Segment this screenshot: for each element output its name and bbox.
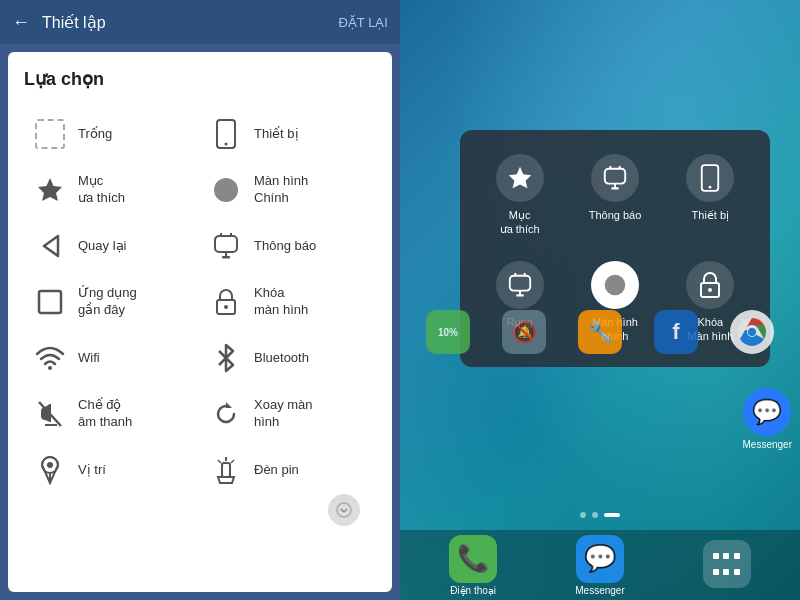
float-item-notification[interactable]: Thông báo xyxy=(571,146,658,245)
svg-point-41 xyxy=(708,288,712,292)
taskbar-apps[interactable] xyxy=(703,540,751,590)
float-label-device: Thiết bị xyxy=(692,208,730,222)
option-label-device: Thiết bị xyxy=(254,126,299,143)
option-label-main-screen: Màn hìnhChính xyxy=(254,173,308,207)
option-bluetooth[interactable]: Bluetooth xyxy=(200,330,376,386)
location-icon xyxy=(32,452,68,488)
right-panel: Mụcưa thích Thông báo Thi xyxy=(400,0,800,600)
option-location[interactable]: Vị trí xyxy=(24,442,200,498)
selection-dialog: Lựa chọn Trống Thiết bị xyxy=(8,52,392,592)
svg-line-22 xyxy=(231,460,234,463)
option-back[interactable]: Quay lại xyxy=(24,218,200,274)
taskbar-phone[interactable]: 📞 Điện thoại xyxy=(449,535,497,596)
back-svg xyxy=(38,232,62,260)
rotate-icon xyxy=(208,396,244,432)
phone-icon: 📞 xyxy=(449,535,497,583)
option-device[interactable]: Thiết bị xyxy=(200,106,376,162)
dot-1 xyxy=(580,512,586,518)
float-device-icon xyxy=(686,154,734,202)
silent-svg xyxy=(37,400,63,428)
option-lock-screen[interactable]: Khóamàn hình xyxy=(200,274,376,330)
messenger-side-item[interactable]: 💬 Messenger xyxy=(743,388,792,450)
bluetooth-icon xyxy=(208,340,244,376)
back-icon[interactable]: ← xyxy=(12,12,30,33)
float-lock-icon xyxy=(686,261,734,309)
messenger-side-icon: 💬 xyxy=(743,388,791,436)
option-label-location: Vị trí xyxy=(78,462,106,479)
phone-label: Điện thoại xyxy=(450,585,496,596)
app-chrome[interactable] xyxy=(730,310,774,354)
reset-button[interactable]: ĐẶT LẠI xyxy=(338,15,388,30)
option-label-lock-screen: Khóamàn hình xyxy=(254,285,308,319)
option-label-wifi: Wifi xyxy=(78,350,100,367)
options-grid: Trống Thiết bị Mụcưa xyxy=(24,106,376,498)
messenger-icon: 💬 xyxy=(576,535,624,583)
chrome-svg xyxy=(736,316,768,348)
svg-point-39 xyxy=(605,274,626,295)
flashlight-svg xyxy=(213,455,239,485)
float-label-notification: Thông báo xyxy=(589,208,642,222)
app-facebook[interactable]: f xyxy=(654,310,698,354)
option-label-back: Quay lại xyxy=(78,238,126,255)
alarm-icon: 🔕 xyxy=(502,310,546,354)
empty-icon xyxy=(32,116,68,152)
device-svg xyxy=(214,119,238,149)
svg-marker-2 xyxy=(38,178,62,201)
wifi-svg xyxy=(35,346,65,370)
svg-point-1 xyxy=(225,143,228,146)
svg-rect-34 xyxy=(509,275,529,290)
option-favorite[interactable]: Mụcưa thích xyxy=(24,162,200,218)
svg-line-21 xyxy=(218,460,221,463)
scroll-indicator xyxy=(328,494,360,526)
option-label-silent: Chế độâm thanh xyxy=(78,397,132,431)
option-notification[interactable]: Thông báo xyxy=(200,218,376,274)
float-circle-svg xyxy=(603,273,627,297)
option-label-recent-app: Ứng dụnggần đây xyxy=(78,285,137,319)
option-label-flashlight: Đèn pin xyxy=(254,462,299,479)
app-tools[interactable]: 🔧 xyxy=(578,310,622,354)
option-recent-app[interactable]: Ứng dụnggần đây xyxy=(24,274,200,330)
messenger-side-label: Messenger xyxy=(743,439,792,450)
svg-rect-27 xyxy=(605,169,625,184)
float-item-device[interactable]: Thiết bị xyxy=(667,146,754,245)
facebook-icon: f xyxy=(654,310,698,354)
svg-marker-26 xyxy=(509,167,531,188)
lock-screen-icon xyxy=(208,284,244,320)
device-icon xyxy=(208,116,244,152)
float-lock-svg xyxy=(699,271,721,299)
float-label-favorite: Mụcưa thích xyxy=(500,208,540,237)
option-empty[interactable]: Trống xyxy=(24,106,200,162)
dialog-title: Lựa chọn xyxy=(24,68,376,90)
float-main-screen-icon xyxy=(591,261,639,309)
svg-rect-29 xyxy=(611,187,618,189)
svg-point-12 xyxy=(224,305,228,309)
option-flashlight[interactable]: Đèn pin xyxy=(200,442,376,498)
svg-rect-7 xyxy=(222,256,230,259)
option-rotate[interactable]: Xoay mànhình xyxy=(200,386,376,442)
svg-rect-5 xyxy=(215,236,237,252)
flashlight-icon xyxy=(208,452,244,488)
svg-rect-10 xyxy=(39,291,61,313)
taskbar-messenger[interactable]: 💬 Messenger xyxy=(575,535,624,596)
recent-app-svg xyxy=(37,289,63,315)
screen-title: Thiết lập xyxy=(42,13,338,32)
dot-2 xyxy=(592,512,598,518)
favorite-icon xyxy=(32,172,68,208)
option-wifi[interactable]: Wifi xyxy=(24,330,200,386)
wifi-icon xyxy=(32,340,68,376)
app-battery[interactable]: 10% xyxy=(426,310,470,354)
app-alarm[interactable]: 🔕 xyxy=(502,310,546,354)
svg-marker-19 xyxy=(218,477,234,483)
option-main-screen[interactable]: Màn hìnhChính xyxy=(200,162,376,218)
top-bar: ← Thiết lập ĐẶT LẠI xyxy=(0,0,400,44)
svg-marker-16 xyxy=(226,402,232,408)
option-silent[interactable]: Chế độâm thanh xyxy=(24,386,200,442)
notification-svg xyxy=(213,232,239,260)
float-item-favorite[interactable]: Mụcưa thích xyxy=(476,146,563,245)
float-device-svg xyxy=(699,164,721,192)
svg-point-23 xyxy=(337,503,351,517)
svg-point-13 xyxy=(48,366,52,370)
dot-dash xyxy=(604,513,620,517)
svg-line-25 xyxy=(344,509,347,512)
svg-point-3 xyxy=(214,178,238,202)
